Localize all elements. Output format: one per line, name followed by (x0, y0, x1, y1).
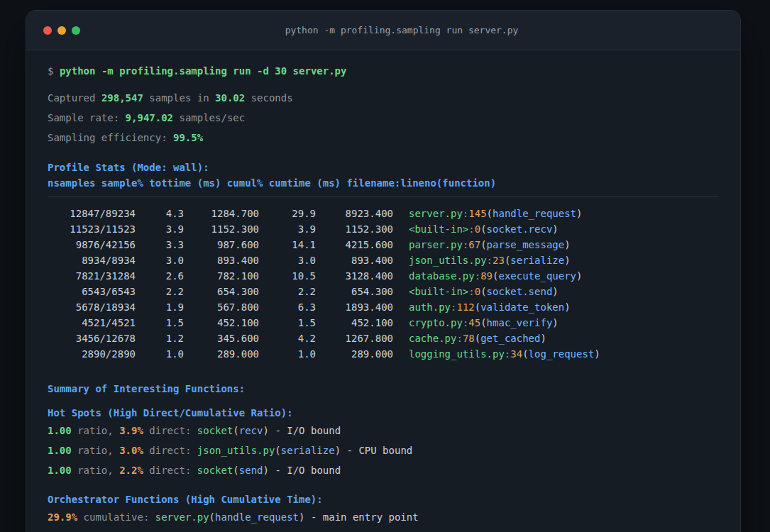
table-row: 3456/126781.2345.6004.21267.800cache.py:… (48, 331, 719, 346)
function-name: recv (239, 425, 263, 436)
cumtime-cell: 1152.300 (316, 221, 393, 237)
function-name: handle_request (493, 208, 576, 219)
file-name: database.py (409, 270, 475, 282)
file-name: server.py (409, 208, 463, 219)
role-note: - main entry point (311, 511, 419, 523)
function-name: log_request (529, 348, 595, 360)
bound-note: - I/O bound (275, 425, 341, 436)
line-number: 34 (510, 348, 522, 360)
profile-stats-title: Profile Stats (Mode: wall): (48, 160, 719, 175)
cumtime-cell: 1267.800 (316, 331, 393, 346)
close-paren: ) (299, 511, 304, 523)
location-cell: <built-in>:0(socket.send) (409, 284, 559, 299)
open-paren: ( (522, 348, 528, 360)
orchestrator-row: 14.1% cumulative: parser.py(parse_messag… (48, 529, 719, 532)
cumul-pct-cell: 2.2 (259, 284, 316, 299)
file-name: logging_utils.py (409, 348, 505, 360)
cumulative-pct: 29.9% (48, 511, 77, 523)
hot-spot-target: socket(recv) (197, 425, 269, 436)
cumulative-label: cumulative: (84, 511, 150, 523)
open-paren: ( (209, 511, 215, 523)
table-row: 4521/45211.5452.1001.5452.100crypto.py:4… (48, 315, 719, 331)
line-number: 0 (475, 286, 480, 297)
captured-label: Captured (48, 92, 95, 104)
sample-pct-cell: 1.9 (136, 299, 184, 315)
direct-pct: 3.0% (119, 445, 143, 456)
captured-value: 298,547 (101, 92, 143, 104)
cumul-pct-cell: 3.9 (259, 221, 316, 237)
open-paren: ( (233, 465, 238, 476)
table-row: 12847/892344.31284.70029.98923.400server… (48, 206, 719, 221)
maximize-button[interactable] (72, 26, 80, 35)
cumtime-cell: 289.000 (316, 346, 393, 362)
close-button[interactable] (43, 26, 52, 35)
table-row: 11523/115233.91152.3003.91152.300<built-… (48, 221, 719, 237)
cumul-pct-cell: 29.9 (259, 206, 316, 221)
sample-pct-cell: 1.5 (136, 315, 184, 331)
orchestrator-target: server.py(handle_request) (155, 511, 305, 523)
rate-value: 9,947.02 (126, 112, 173, 123)
direct-label: direct: (149, 465, 191, 476)
nsamples-cell: 8934/8934 (48, 253, 136, 268)
close-paren: ) (263, 425, 269, 436)
function-name: send (239, 465, 263, 476)
location-cell: auth.py:112(validate_token) (409, 299, 571, 315)
line-number: 0 (475, 223, 480, 235)
sample-pct-cell: 1.0 (136, 346, 184, 362)
cumul-pct-cell: 10.5 (259, 268, 316, 284)
file-name: parser.py (409, 239, 463, 250)
tottime-cell: 567.800 (184, 299, 259, 315)
table-row: 5678/189341.9567.8006.31893.400auth.py:1… (48, 299, 719, 315)
summary-title: Summary of Interesting Functions: (48, 381, 719, 397)
nsamples-cell: 6543/6543 (48, 284, 136, 299)
function-name: handle_request (215, 511, 299, 523)
bound-note: - I/O bound (275, 465, 341, 476)
location-cell: <built-in>:0(socket.recv) (409, 221, 559, 237)
duration-unit: seconds (251, 92, 293, 104)
open-paren: ( (480, 223, 486, 235)
tottime-cell: 289.000 (184, 346, 259, 362)
hot-spot-row: 1.00 ratio, 2.2% direct: socket(send) - … (48, 462, 719, 478)
nsamples-cell: 11523/11523 (48, 221, 136, 237)
ratio-value: 1.00 (48, 445, 72, 456)
close-paren: ) (564, 301, 570, 313)
nsamples-cell: 12847/89234 (48, 206, 136, 221)
cumul-pct-cell: 1.5 (259, 315, 316, 331)
open-paren: ( (275, 445, 280, 456)
close-paren: ) (263, 465, 269, 476)
colon: : (456, 333, 462, 344)
nsamples-cell: 2890/2890 (48, 346, 136, 362)
function-name: serialize (510, 255, 564, 266)
direct-label: direct: (149, 425, 191, 436)
location-cell: logging_utils.py:34(log_request) (409, 346, 600, 362)
tottime-cell: 345.600 (184, 331, 259, 346)
open-paren: ( (475, 333, 480, 344)
tottime-cell: 1152.300 (184, 221, 259, 237)
hot-spot-target: socket(send) (197, 465, 269, 476)
cumul-pct-cell: 4.2 (259, 331, 316, 346)
ratio-label: ratio, (77, 465, 114, 476)
direct-pct: 3.9% (119, 425, 143, 436)
duration-value: 30.02 (215, 92, 245, 104)
file-name: <built-in> (409, 223, 468, 235)
file-name: auth.py (409, 301, 451, 313)
traffic-lights (43, 26, 80, 35)
target-name: server.py (155, 511, 209, 523)
rate-label: Sample rate: (48, 112, 119, 123)
nsamples-cell: 7821/31284 (48, 268, 136, 284)
efficiency-line: Sampling efficiency: 99.5% (48, 130, 719, 145)
tottime-cell: 452.100 (184, 315, 259, 331)
function-name: socket.recv (487, 223, 553, 235)
direct-label: direct: (149, 445, 191, 456)
function-name: serialize (281, 445, 335, 456)
hot-spot-target: json_utils.py(serialize) (197, 445, 341, 456)
cumul-pct-cell: 6.3 (259, 299, 316, 315)
location-cell: json_utils.py:23(serialize) (409, 253, 571, 268)
open-paren: ( (233, 425, 238, 436)
line-number: 78 (463, 333, 475, 344)
shell-prompt: $ (48, 65, 53, 77)
open-paren: ( (475, 301, 480, 313)
colon: : (475, 270, 480, 282)
hot-spot-row: 1.00 ratio, 3.9% direct: socket(recv) - … (48, 423, 719, 438)
minimize-button[interactable] (57, 26, 66, 35)
